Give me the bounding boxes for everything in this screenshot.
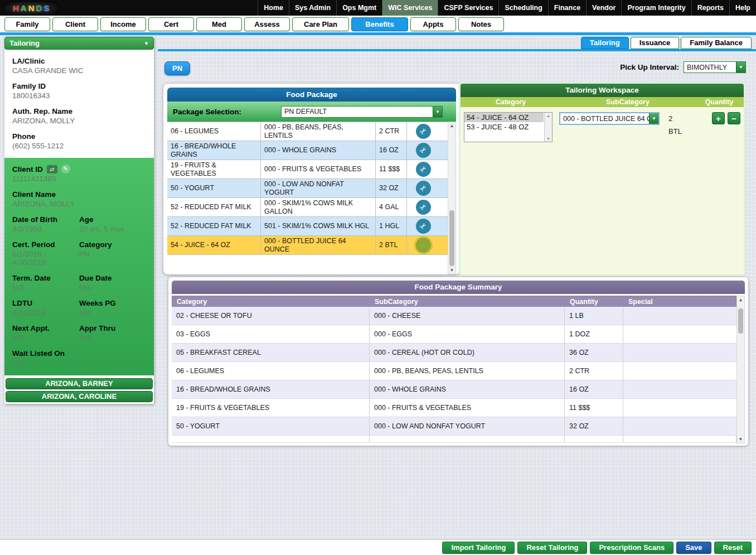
- tab-benefits[interactable]: Benefits: [351, 17, 408, 31]
- column-category: Category: [461, 97, 561, 107]
- column-subcategory: SubCategory: [561, 97, 695, 107]
- subtab-family-balance[interactable]: Family Balance: [681, 37, 752, 49]
- chevron-down-icon[interactable]: ▼: [649, 113, 658, 124]
- tailor-scissors-button[interactable]: ✂: [416, 143, 431, 158]
- client-field-due-date: Due DateN/A: [79, 274, 146, 292]
- nav-finance[interactable]: Finance: [548, 0, 586, 16]
- tailor-scissors-button[interactable]: ✂: [416, 200, 431, 215]
- row-category: 03 - EGGS: [172, 325, 370, 343]
- tab-family[interactable]: Family: [4, 17, 50, 31]
- nav-sys-admin[interactable]: Sys Admin: [289, 0, 336, 16]
- import-tailoring-button[interactable]: Import Tailoring: [442, 542, 515, 554]
- category-tab-pn[interactable]: PN: [164, 61, 190, 75]
- subtab-tailoring[interactable]: Tailoring: [581, 37, 629, 49]
- save-button[interactable]: Save: [676, 542, 711, 554]
- scroll-down-icon[interactable]: ▼: [546, 137, 550, 141]
- summary-column-headers: Category SubCategory Quantity Special: [172, 296, 736, 307]
- listbox-scrollbar[interactable]: ▲ ▼: [544, 113, 552, 142]
- category-option-54-juice-64-oz[interactable]: 54 - JUICE - 64 OZ: [464, 113, 544, 122]
- category-option-53-juice-48-oz[interactable]: 53 - JUICE - 48 OZ: [464, 122, 544, 132]
- scroll-down-icon[interactable]: ▼: [450, 268, 454, 273]
- sidebar-field-family-id: Family ID180016343: [12, 82, 146, 100]
- column-special: Special: [624, 296, 736, 306]
- tab-med[interactable]: Med: [196, 17, 242, 31]
- field-value: N/A: [79, 308, 146, 317]
- chevron-down-icon[interactable]: ▼: [736, 62, 745, 73]
- tab-appts[interactable]: Appts: [410, 17, 456, 31]
- scrollbar-thumb[interactable]: [738, 308, 743, 334]
- nav-reports[interactable]: Reports: [691, 0, 729, 16]
- package-selection-select[interactable]: PN DEFAULT ▼: [281, 106, 443, 118]
- nav-wic-services[interactable]: WIC Services: [382, 0, 438, 16]
- client-field-term-date: Term. DateN/A: [12, 274, 79, 292]
- food-package-row[interactable]: 52 - REDUCED FAT MILK501 - SKIM/1% COWS …: [167, 217, 448, 236]
- tailor-scissors-button[interactable]: ✂: [416, 219, 431, 234]
- row-category: 02 - CHEESE OR TOFU: [172, 307, 370, 325]
- field-label: Cert. Period: [12, 240, 79, 249]
- field-label: Weeks PG: [79, 299, 146, 307]
- food-package-row[interactable]: 19 - FRUITS & VEGETABLES000 - FRUITS & V…: [167, 160, 448, 179]
- package-selection-row: Package Selection: PN DEFAULT ▼: [167, 102, 456, 122]
- food-package-row[interactable]: 50 - YOGURT000 - LOW AND NONFAT YOGURT32…: [167, 179, 448, 198]
- sidebar-field-la-clinic: LA/ClinicCASA GRANDE WIC: [12, 57, 146, 75]
- reset-button[interactable]: Reset: [714, 542, 752, 554]
- family-member-button-arizona-caroline[interactable]: ARIZONA, CAROLINE: [6, 391, 153, 402]
- nav-scheduling[interactable]: Scheduling: [498, 0, 547, 16]
- tailoring-workspace-panel: Tailoring Workspace Category SubCategory…: [461, 84, 744, 274]
- logo-letter: A: [21, 3, 27, 13]
- row-quantity: 4 GAL: [376, 198, 407, 216]
- tailor-scissors-button[interactable]: ✂: [416, 181, 431, 196]
- family-member-button-arizona-barney[interactable]: ARIZONA, BARNEY: [6, 378, 153, 389]
- food-package-row[interactable]: 52 - REDUCED FAT MILK000 - SKIM/1% COWS …: [167, 198, 448, 217]
- scroll-up-icon[interactable]: ▲: [546, 114, 550, 118]
- pickup-interval-select[interactable]: BIMONTHLY ▼: [684, 61, 746, 73]
- nav-vendor[interactable]: Vendor: [586, 0, 621, 16]
- row-action-cell: ✂: [407, 198, 439, 216]
- quantity-decrease-button[interactable]: −: [728, 112, 740, 124]
- tailor-scissors-button[interactable]: ✂: [416, 238, 431, 253]
- chevron-down-icon[interactable]: ▼: [433, 107, 442, 117]
- tab-notes[interactable]: Notes: [458, 17, 504, 31]
- food-package-row[interactable]: 54 - JUICE - 64 OZ000 - BOTTLED JUICE 64…: [167, 236, 448, 255]
- client-field-weeks-pg: Weeks PGN/A: [79, 299, 146, 317]
- prescription-scans-button[interactable]: Prescription Scans: [590, 542, 673, 554]
- top-nav-bar: HANDS HomeSys AdminOps MgmtWIC ServicesC…: [0, 0, 756, 16]
- food-package-scrollbar[interactable]: ▲ ▼: [448, 122, 456, 274]
- scrollbar-thumb[interactable]: [449, 210, 454, 266]
- nav-home[interactable]: Home: [258, 0, 289, 16]
- scroll-down-icon[interactable]: ▼: [739, 437, 743, 442]
- scroll-up-icon[interactable]: ▲: [450, 123, 454, 128]
- reset-tailoring-button[interactable]: Reset Tailoring: [517, 542, 587, 554]
- field-label: Auth. Rep. Name: [12, 107, 146, 115]
- quantity-increase-button[interactable]: +: [712, 112, 725, 124]
- workspace-subcategory-select[interactable]: 000 - BOTTLED JUICE 64 O ▼: [559, 112, 660, 125]
- food-package-row[interactable]: 06 - LEGUMES000 - PB, BEANS, PEAS, LENTI…: [167, 122, 448, 141]
- tab-income[interactable]: Income: [100, 17, 146, 31]
- row-subcategory: 000 - EGGS: [370, 325, 565, 343]
- tab-care-plan[interactable]: Care Plan: [292, 17, 349, 31]
- nav-csfp-services[interactable]: CSFP Services: [438, 0, 498, 16]
- workspace-category-listbox[interactable]: ▲ ▼ 54 - JUICE - 64 OZ53 - JUICE - 48 OZ: [464, 112, 553, 142]
- sidebar-mode-dropdown[interactable]: Tailoring ▼: [4, 37, 154, 50]
- edit-client-icon[interactable]: ✎: [61, 165, 70, 173]
- nav-program-integrity[interactable]: Program Integrity: [621, 0, 691, 16]
- scroll-up-icon[interactable]: ▲: [739, 297, 743, 302]
- row-action-cell: ✂: [407, 179, 439, 197]
- field-value: ARIZONA, MOLLY: [12, 117, 146, 125]
- tailor-scissors-button[interactable]: ✂: [416, 162, 431, 177]
- client-field-appr-thru: Appr ThruN/A: [79, 324, 146, 342]
- tab-client[interactable]: Client: [52, 17, 98, 31]
- nav-help[interactable]: Help: [729, 0, 756, 16]
- subtab-issuance[interactable]: Issuance: [631, 37, 680, 49]
- swap-client-icon[interactable]: ⇄: [47, 165, 57, 173]
- food-package-row[interactable]: 16 - BREAD/WHOLE GRAINS000 - WHOLE GRAIN…: [167, 141, 448, 160]
- scissors-icon: ✂: [418, 126, 429, 137]
- family-member-list: ARIZONA, BARNEYARIZONA, CAROLINE: [4, 375, 154, 404]
- nav-ops-mgmt[interactable]: Ops Mgmt: [336, 0, 382, 16]
- tab-cert[interactable]: Cert: [148, 17, 194, 31]
- tailor-scissors-button[interactable]: ✂: [416, 124, 431, 139]
- summary-scrollbar[interactable]: ▲ ▼: [736, 296, 745, 443]
- tab-assess[interactable]: Assess: [244, 17, 290, 31]
- row-subcategory: 000 - SKIM/1% COWS MILK GALLON: [261, 198, 376, 216]
- client-id-label: Client ID: [12, 165, 43, 173]
